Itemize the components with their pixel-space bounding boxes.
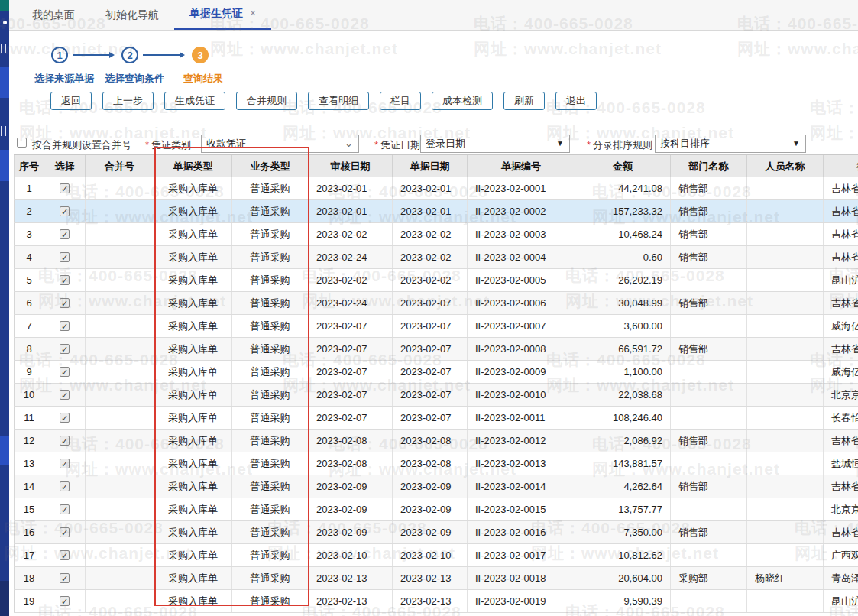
toolbar-button-栏目[interactable]: 栏目: [380, 92, 421, 110]
cell-doc_no: II-2023-02-0002: [468, 200, 575, 222]
menu-glyph-fragment: [1, 44, 8, 53]
column-header-单据类型[interactable]: 单据类型: [154, 155, 232, 177]
row-checkbox[interactable]: ✓: [60, 436, 70, 446]
row-checkbox[interactable]: ✓: [60, 504, 70, 514]
column-header-审核日期[interactable]: 审核日期: [309, 155, 393, 177]
cell-no: 7: [14, 315, 44, 337]
sort-rule-label-text: 分录排序规则: [593, 139, 652, 151]
column-header-序号[interactable]: 序号: [14, 155, 44, 177]
table-row[interactable]: 17✓采购入库单普通采购2023-02-102023-02-10II-2023-…: [14, 544, 858, 567]
table-row[interactable]: 3✓采购入库单普通采购2023-02-022023-02-02II-2023-0…: [14, 223, 858, 246]
column-header-选择[interactable]: 选择: [44, 155, 86, 177]
toolbar-button-上一步[interactable]: 上一步: [102, 92, 154, 110]
wizard-step-1-circle[interactable]: 1: [51, 47, 68, 63]
column-header-业务类型[interactable]: 业务类型: [232, 155, 309, 177]
chevron-down-icon[interactable]: ⌄: [345, 135, 353, 152]
table-row[interactable]: 2✓采购入库单普通采购2023-02-012023-02-01II-2023-0…: [14, 200, 858, 223]
toolbar-button-生成凭证[interactable]: 生成凭证: [164, 92, 225, 110]
cell-doc_type: 采购入库单: [154, 498, 232, 520]
table-row[interactable]: 12✓采购入库单普通采购2023-02-082023-02-08II-2023-…: [14, 430, 858, 452]
row-checkbox[interactable]: ✓: [60, 367, 70, 377]
table-row[interactable]: 5✓采购入库单普通采购2023-02-022023-02-02II-2023-0…: [14, 269, 858, 292]
table-row[interactable]: 10✓采购入库单普通采购2023-02-072023-02-07II-2023-…: [14, 384, 858, 407]
row-checkbox[interactable]: ✓: [60, 481, 70, 491]
row-checkbox[interactable]: ✓: [60, 573, 70, 583]
voucher-date-select[interactable]: 登录日期▼: [420, 135, 570, 153]
row-checkbox[interactable]: ✓: [60, 390, 70, 400]
row-checkbox[interactable]: ✓: [60, 252, 70, 262]
table-row[interactable]: 11✓采购入库单普通采购2023-02-072023-02-07II-2023-…: [14, 407, 858, 430]
cell-check: ✓: [44, 200, 86, 222]
cell-check: ✓: [44, 567, 86, 589]
toolbar-button-返回[interactable]: 返回: [50, 92, 92, 110]
row-checkbox[interactable]: ✓: [60, 550, 70, 560]
wizard-step-2-circle[interactable]: 2: [121, 47, 138, 63]
table-row[interactable]: 6✓采购入库单普通采购2023-02-242023-02-07II-2023-0…: [14, 292, 858, 315]
table-row[interactable]: 19✓采购入库单普通采购2023-02-132023-02-13II-2023-…: [14, 590, 858, 613]
toolbar-button-合并规则[interactable]: 合并规则: [236, 92, 297, 110]
cell-no: 16: [14, 521, 44, 543]
sidebar-segment-active-1[interactable]: [0, 67, 9, 98]
table-row[interactable]: 16✓采购入库单普通采购2023-02-092023-02-09II-2023-…: [14, 521, 858, 544]
tab-初始化导航[interactable]: 初始化导航: [90, 0, 174, 30]
table-row[interactable]: 1✓采购入库单普通采购2023-02-012023-02-01II-2023-0…: [14, 177, 858, 200]
column-header-往来单位[interactable]: 往来单位: [824, 155, 858, 177]
column-header-合并号[interactable]: 合并号: [86, 155, 154, 177]
row-checkbox[interactable]: ✓: [60, 527, 70, 537]
row-checkbox[interactable]: ✓: [60, 459, 70, 468]
cell-partner: 青岛泽: [824, 567, 858, 589]
table-row[interactable]: 14✓采购入库单普通采购2023-02-092023-02-09II-2023-…: [14, 475, 858, 498]
table-row[interactable]: 7✓采购入库单普通采购2023-02-072023-02-07II-2023-0…: [14, 315, 858, 338]
cell-amount: 20,604.00: [575, 567, 671, 589]
tab-单据生凭证[interactable]: 单据生凭证×: [174, 0, 271, 30]
cell-partner: 北京京: [824, 498, 858, 520]
required-asterisk: *: [374, 139, 378, 151]
cell-check: ✓: [44, 361, 86, 383]
toolbar-button-刷新[interactable]: 刷新: [503, 92, 545, 110]
voucher-type-select[interactable]: 收款凭证⌄: [201, 135, 359, 153]
merge-rule-checkbox[interactable]: [17, 138, 27, 148]
tab-close-icon[interactable]: ×: [250, 7, 256, 19]
dropdown-arrow-icon[interactable]: ▼: [556, 135, 564, 152]
toolbar-button-查看明细[interactable]: 查看明细: [308, 92, 369, 110]
table-row[interactable]: 15✓采购入库单普通采购2023-02-092023-02-09II-2023-…: [14, 498, 858, 521]
table-row[interactable]: 13✓采购入库单普通采购2023-02-082023-02-08II-2023-…: [14, 452, 858, 475]
collapsed-nav-sidebar[interactable]: [0, 0, 9, 616]
cell-audit_date: 2023-02-08: [309, 452, 393, 475]
column-header-人员名称[interactable]: 人员名称: [747, 155, 824, 177]
column-header-金额[interactable]: 金额: [575, 155, 671, 177]
row-checkbox[interactable]: ✓: [60, 413, 70, 423]
sidebar-segment-active-2[interactable]: [0, 150, 9, 181]
row-checkbox[interactable]: ✓: [60, 183, 70, 193]
toolbar-button-退出[interactable]: 退出: [555, 92, 597, 110]
cell-doc_no: II-2023-02-0017: [468, 544, 575, 566]
row-checkbox[interactable]: ✓: [60, 321, 70, 331]
toolbar-button-成本检测[interactable]: 成本检测: [432, 92, 493, 110]
row-checkbox[interactable]: ✓: [60, 206, 70, 216]
table-row[interactable]: 4✓采购入库单普通采购2023-02-242023-02-02II-2023-0…: [14, 246, 858, 269]
row-checkbox[interactable]: ✓: [60, 596, 70, 606]
row-checkbox[interactable]: ✓: [60, 229, 70, 239]
dropdown-arrow-icon[interactable]: ▼: [792, 135, 800, 152]
column-header-单据日期[interactable]: 单据日期: [393, 155, 468, 177]
cell-audit_date: 2023-02-02: [309, 223, 393, 245]
table-row[interactable]: 18✓采购入库单普通采购2023-02-132023-02-13II-2023-…: [14, 567, 858, 590]
row-checkbox[interactable]: ✓: [60, 344, 70, 354]
column-header-部门名称[interactable]: 部门名称: [671, 155, 747, 177]
cell-person: [747, 200, 824, 222]
table-row[interactable]: 8✓采购入库单普通采购2023-02-072023-02-07II-2023-0…: [14, 338, 858, 361]
cell-check: ✓: [44, 544, 86, 566]
row-checkbox[interactable]: ✓: [60, 275, 70, 285]
sidebar-segment-active-3[interactable]: [0, 436, 9, 465]
cell-doc_date: 2023-02-09: [393, 521, 468, 543]
wizard-connector: [73, 54, 109, 56]
menu-glyph-fragment: [1, 126, 8, 136]
tab-我的桌面[interactable]: 我的桌面: [17, 0, 90, 30]
column-header-单据编号[interactable]: 单据编号: [468, 155, 575, 177]
required-asterisk: *: [145, 139, 149, 151]
wizard-step-3-circle[interactable]: 3: [192, 47, 209, 63]
table-row[interactable]: 9✓采购入库单普通采购2023-02-072023-02-07II-2023-0…: [14, 361, 858, 384]
row-checkbox[interactable]: ✓: [60, 298, 70, 308]
sort-rule-select[interactable]: 按科目排序▼: [655, 135, 806, 153]
cell-merge: [86, 177, 154, 199]
